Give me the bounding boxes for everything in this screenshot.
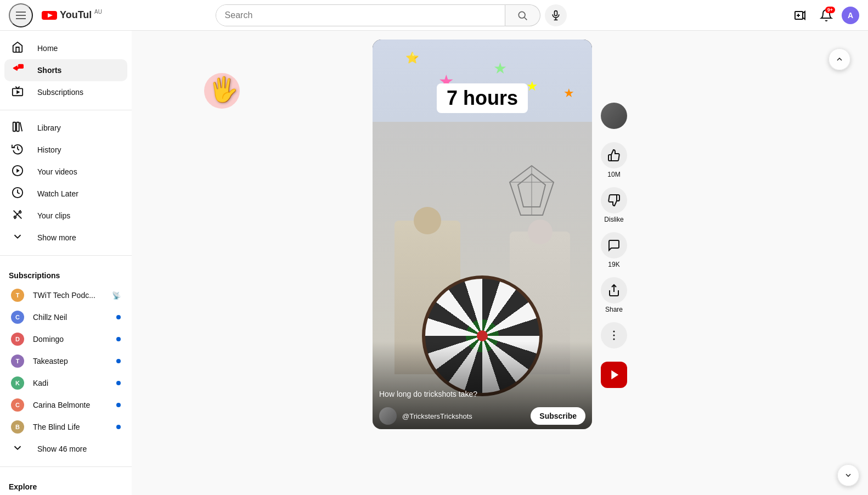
dislike-button[interactable]: Dislike: [601, 187, 627, 223]
library-label: Library: [37, 123, 61, 132]
chevron-down-icon: [11, 230, 24, 245]
watch-later-label: Watch Later: [37, 189, 78, 198]
sidebar-item-domingo[interactable]: D Domingo: [4, 328, 127, 350]
action-channel-avatar[interactable]: [601, 103, 627, 129]
wall-art: [504, 160, 559, 228]
svg-point-23: [14, 216, 16, 218]
sidebar-item-chillz[interactable]: C Chillz Neil: [4, 306, 127, 328]
search-input-wrap: [216, 4, 505, 26]
watch-later-icon: [11, 187, 24, 201]
sidebar-item-carina[interactable]: C Carina Belmonte: [4, 394, 127, 416]
comment-button[interactable]: 19K: [601, 232, 627, 268]
sidebar-divider-1: [0, 110, 132, 110]
takeastep-avatar: T: [11, 355, 24, 368]
blind-life-dot: [116, 425, 121, 429]
svg-marker-33: [611, 370, 618, 379]
show-more-button[interactable]: Show more: [4, 227, 127, 249]
notifications-button[interactable]: 9+: [815, 4, 837, 26]
sidebar-item-watch-later[interactable]: Watch Later: [4, 183, 127, 205]
sidebar-item-takeastep[interactable]: T Takeastep: [4, 350, 127, 372]
show-more-subs-label: Show 46 more: [37, 445, 87, 453]
share-label: Share: [605, 306, 623, 313]
svg-marker-17: [16, 90, 20, 94]
twit-live-icon: 📡: [112, 291, 121, 300]
sidebar-item-subscriptions[interactable]: Subscriptions: [4, 81, 127, 103]
takeastep-name: Takeastep: [33, 357, 108, 365]
sidebar-item-blind-life[interactable]: B The Blind Life: [4, 416, 127, 438]
svg-point-31: [613, 335, 615, 336]
comment-icon: [601, 232, 627, 258]
logo-country: AU: [94, 9, 102, 15]
sidebar-item-your-clips[interactable]: Your clips: [4, 205, 127, 227]
svg-point-30: [613, 331, 615, 333]
svg-marker-12: [803, 12, 805, 19]
shorts-label: Shorts: [37, 66, 61, 75]
user-avatar[interactable]: A: [842, 7, 859, 24]
like-button[interactable]: 10M: [601, 142, 627, 178]
blind-life-name: The Blind Life: [33, 423, 108, 431]
search-input[interactable]: [216, 5, 505, 26]
subscriptions-label: Subscriptions: [37, 88, 83, 97]
domingo-name: Domingo: [33, 335, 108, 344]
content-area: 🖐 ★ ★ ★: [132, 31, 868, 495]
svg-point-6: [518, 12, 525, 18]
short-channel-name: @TrickstersTrickshots: [402, 412, 525, 420]
domingo-avatar: D: [11, 333, 24, 346]
main-layout: Home Shorts Subscriptions: [0, 31, 868, 495]
library-icon: [11, 121, 24, 136]
home-icon: [11, 41, 24, 56]
star-gold: ⭐: [405, 51, 419, 64]
short-channel-avatar: [379, 407, 397, 425]
chillz-avatar: C: [11, 311, 24, 324]
logo[interactable]: YouTube AU: [42, 10, 102, 21]
search-button[interactable]: [505, 4, 540, 26]
action-channel-thumb[interactable]: [601, 362, 627, 388]
svg-marker-21: [16, 168, 20, 172]
shorts-area[interactable]: ★ ★ ★ ⭐ ★ 7 hours: [132, 31, 868, 495]
subscriptions-title: Subscriptions: [0, 262, 132, 284]
create-button[interactable]: [789, 4, 811, 26]
chillz-name: Chillz Neil: [33, 313, 108, 322]
like-icon: [601, 142, 627, 168]
svg-rect-8: [554, 10, 557, 15]
sidebar-item-your-videos[interactable]: Your videos: [4, 161, 127, 183]
share-button[interactable]: Share: [601, 277, 627, 313]
notification-badge: 9+: [825, 7, 835, 13]
sidebar-item-twit[interactable]: T TWiT Tech Podc... 📡: [4, 284, 127, 306]
menu-button[interactable]: [9, 3, 33, 27]
svg-rect-18: [13, 122, 16, 131]
sidebar-item-library[interactable]: Library: [4, 117, 127, 139]
short-channel-bar: @TrickstersTrickshots Subscribe: [379, 407, 585, 425]
short-text-overlay: 7 hours: [437, 83, 528, 113]
twit-avatar: T: [11, 289, 24, 302]
scroll-down-button[interactable]: [837, 464, 859, 486]
your-clips-label: Your clips: [37, 211, 70, 220]
sidebar-divider-2: [0, 255, 132, 256]
more-button[interactable]: [601, 322, 627, 348]
header-right: 9+ A: [789, 4, 859, 26]
star-green: ★: [493, 59, 507, 77]
share-icon: [601, 277, 627, 303]
home-label: Home: [37, 44, 58, 53]
dislike-icon: [601, 187, 627, 213]
short-description: How long do trickshots take?: [379, 390, 548, 398]
carina-name: Carina Belmonte: [33, 401, 108, 409]
twit-name: TWiT Tech Podc...: [33, 291, 101, 300]
sidebar-item-kadi[interactable]: K Kadi: [4, 372, 127, 394]
show-more-subs-button[interactable]: Show 46 more: [4, 438, 127, 460]
header: YouTube AU: [0, 0, 868, 31]
comment-count: 19K: [608, 261, 619, 268]
sidebar-item-home[interactable]: Home: [4, 37, 127, 59]
sidebar-item-history[interactable]: History: [4, 139, 127, 161]
short-actions: 10M Dislike: [601, 81, 627, 388]
mic-button[interactable]: [545, 4, 567, 26]
subscribe-button[interactable]: Subscribe: [531, 407, 585, 425]
sidebar-item-shorts[interactable]: Shorts: [4, 59, 127, 81]
subscriptions-icon: [11, 85, 24, 100]
scroll-up-button[interactable]: [828, 48, 850, 70]
svg-point-24: [19, 211, 21, 213]
your-videos-label: Your videos: [37, 167, 77, 176]
short-player[interactable]: ★ ★ ★ ⭐ ★ 7 hours: [373, 40, 592, 429]
svg-rect-19: [16, 122, 19, 131]
takeastep-dot: [116, 359, 121, 363]
